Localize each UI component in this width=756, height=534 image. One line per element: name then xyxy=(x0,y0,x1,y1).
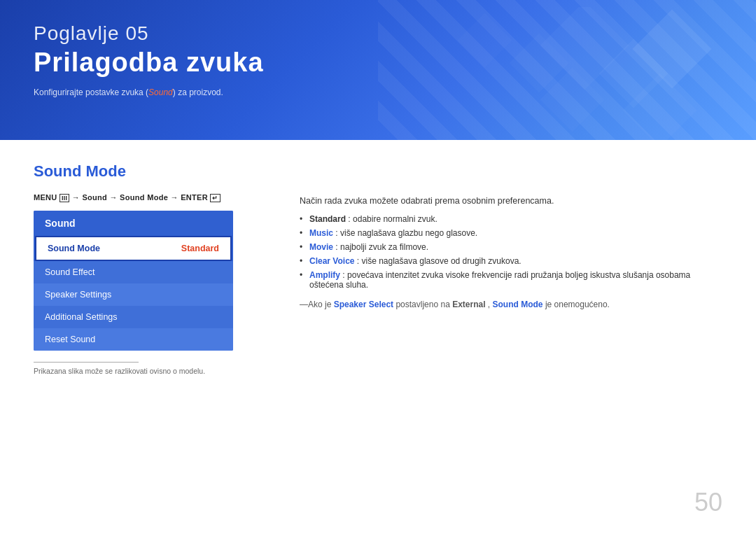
note-prefix: Ako je xyxy=(308,300,334,309)
decorative-diamonds xyxy=(434,7,714,140)
menu-item-label: Reset Sound xyxy=(45,335,95,344)
menu-item-sound-effect[interactable]: Sound Effect xyxy=(34,261,233,283)
subtitle-highlight: Sound xyxy=(148,87,173,97)
menu-item-label: Sound Mode xyxy=(48,244,100,253)
menu-item-value: Standard xyxy=(181,244,219,253)
list-item: Movie : najbolji zvuk za filmove. xyxy=(300,242,722,252)
term-standard: Standard xyxy=(309,214,346,224)
subtitle-suffix: ) za proizvod. xyxy=(173,87,223,97)
term-text: : najbolji zvuk za filmove. xyxy=(335,242,428,252)
note-sep: , xyxy=(488,300,493,309)
term-text: : odabire normalni zvuk. xyxy=(348,214,437,224)
term-text: : više naglašava glazbu nego glasove. xyxy=(335,228,477,238)
sound-menu: Sound Sound Mode Standard Sound Effect S… xyxy=(34,211,233,351)
term-clear-voice: Clear Voice xyxy=(309,256,354,266)
footer-divider xyxy=(34,362,139,363)
note-term-speaker-select: Speaker Select xyxy=(334,300,393,309)
menu-item-sound-mode[interactable]: Sound Mode Standard xyxy=(35,236,232,261)
right-column: Način rada zvuka možete odabrati prema o… xyxy=(300,162,722,375)
menu-item-additional-settings[interactable]: Additional Settings xyxy=(34,306,233,328)
menu-item-label: Sound Effect xyxy=(45,267,94,277)
note-term-external: External xyxy=(452,300,485,309)
menu-item-reset-sound[interactable]: Reset Sound xyxy=(34,328,233,351)
note-line: Ako je Speaker Select postavljeno na Ext… xyxy=(300,300,722,309)
term-text: : više naglašava glasove od drugih zvuko… xyxy=(357,256,522,266)
term-text: : povećava intenzitet zvuka visoke frekv… xyxy=(309,270,690,290)
left-column: Sound Mode MENU III → Sound → Sound Mode… xyxy=(34,162,272,375)
right-intro: Način rada zvuka možete odabrati prema o… xyxy=(300,196,722,206)
subtitle-prefix: Konfigurirajte postavke zvuka ( xyxy=(34,87,148,97)
section-title: Sound Mode xyxy=(34,162,272,181)
main-content: Sound Mode MENU III → Sound → Sound Mode… xyxy=(0,140,756,398)
menu-item-speaker-settings[interactable]: Speaker Settings xyxy=(34,283,233,306)
note-middle: postavljeno na xyxy=(396,300,452,309)
list-item: Standard : odabire normalni zvuk. xyxy=(300,214,722,224)
note-suffix: je onemogućeno. xyxy=(545,300,610,309)
page-number: 50 xyxy=(694,488,722,517)
footer-note: Prikazana slika može se razlikovati ovis… xyxy=(34,367,272,375)
sound-menu-title: Sound xyxy=(45,218,76,229)
term-movie: Movie xyxy=(309,242,333,252)
menu-item-label: Additional Settings xyxy=(45,312,118,322)
term-music: Music xyxy=(309,228,333,238)
list-item: Amplify : povećava intenzitet zvuka viso… xyxy=(300,270,722,290)
note-term-sound-mode: Sound Mode xyxy=(493,300,543,309)
sound-menu-header: Sound xyxy=(34,211,233,236)
menu-item-label: Speaker Settings xyxy=(45,290,111,300)
list-item: Clear Voice : više naglašava glasove od … xyxy=(300,256,722,266)
header-banner: Poglavlje 05 Prilagodba zvuka Konfigurir… xyxy=(0,0,756,140)
bullet-list: Standard : odabire normalni zvuk. Music … xyxy=(300,214,722,290)
list-item: Music : više naglašava glazbu nego glaso… xyxy=(300,228,722,238)
term-amplify: Amplify xyxy=(309,270,340,280)
menu-path: MENU III → Sound → Sound Mode → ENTER ↵ xyxy=(34,193,272,202)
